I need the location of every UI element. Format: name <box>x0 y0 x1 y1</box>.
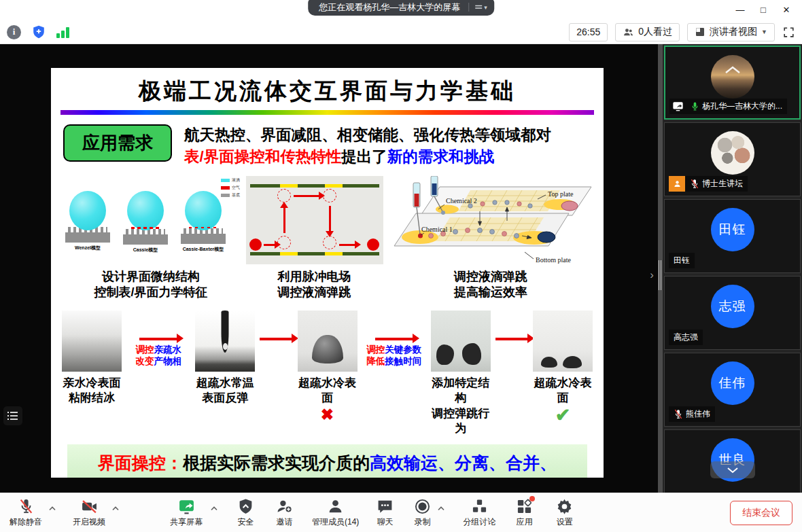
notification-dot <box>529 496 535 501</box>
participant-name: 熊佳伟 <box>686 408 710 420</box>
red-arrow-icon <box>375 338 413 340</box>
titlebar: 您正在观看杨孔华—吉林大学的屏幕 ▾ — □ ✕ <box>0 0 802 20</box>
droplet-shape <box>127 191 164 230</box>
figure-pulse-field: 利用脉冲电场调控液滴弹跳 <box>245 176 385 301</box>
close-button[interactable]: ✕ <box>775 5 798 15</box>
banner-menu-icon[interactable]: ▾ <box>474 4 487 11</box>
chevron-up-icon[interactable] <box>48 506 56 511</box>
cross-mark-icon: ✖ <box>296 406 359 423</box>
participant-tile[interactable]: 世良 <box>664 429 801 493</box>
sidebar-resize-divider[interactable] <box>658 44 663 493</box>
bottom-toolbar: 解除静音 开启视频 共享屏幕 安全 邀请 管理成员(14) 聊天 <box>0 493 802 532</box>
top-toolbar: i 26:55 0人看过 演讲者视图 ▼ <box>0 20 802 44</box>
structured-surface-image <box>431 311 491 372</box>
participant-tile[interactable]: 佳伟 熊佳伟 <box>664 353 801 427</box>
figure-wetting-models: 液滴 空气 基底 Wenzel模型 <box>62 176 240 301</box>
chevron-up-icon[interactable] <box>111 506 120 511</box>
members-button[interactable]: 管理成员(14) <box>312 498 359 528</box>
droplet-shape <box>69 191 106 230</box>
summary-box: 界面操控：根据实际需求实现介质的高效输运、分离、合并、 弹跳和热质传递 <box>67 444 587 478</box>
process-flow-row: 亲水冷表面粘附结冰 调控亲疏水 改变产物相 超疏水常温表面反弹 <box>60 311 594 437</box>
models-legend: 液滴 空气 基底 <box>221 177 240 198</box>
name-bar: 杨孔华—吉林大学的... <box>669 99 787 114</box>
red-arrow-icon <box>260 338 292 340</box>
layout-icon <box>695 26 705 37</box>
breakout-button[interactable]: 分组讨论 <box>463 498 495 528</box>
content-area: 极端工况流体交互界面与力学基础 应用需求 航天热控、界面减阻、相变储能、强化传热… <box>0 44 802 493</box>
drag-handle[interactable] <box>659 260 661 290</box>
figure-transport-plates: Chemical 2 Chemical 1 Top plate Bottom p… <box>389 176 593 301</box>
cassie-model: Cassie模型 <box>121 191 170 253</box>
mic-on-icon <box>691 101 699 111</box>
demand-section: 应用需求 航天热控、界面减阻、相变储能、强化传热等领域都对 表/界面操控和传热特… <box>63 124 591 168</box>
gear-icon <box>556 498 573 515</box>
mute-button[interactable]: 解除静音 <box>10 498 42 528</box>
view-mode-button[interactable]: 演讲者视图 ▼ <box>687 23 775 41</box>
red-arrow-icon <box>495 338 528 340</box>
host-badge-icon <box>669 176 685 192</box>
viewers-count: 0人看过 <box>638 26 672 38</box>
check-mark-icon: ✔ <box>531 406 594 425</box>
chevron-up-icon[interactable] <box>724 65 742 77</box>
chat-button[interactable]: 聊天 <box>377 498 394 528</box>
record-icon <box>414 498 431 515</box>
demand-line2-blue: 新的需求和挑战 <box>387 148 495 165</box>
chemical1-label: Chemical 1 <box>421 226 453 233</box>
participant-tile[interactable]: 博士生讲坛 <box>664 122 801 196</box>
mic-muted-icon <box>674 409 683 419</box>
camera-button[interactable]: 开启视频 <box>73 498 105 528</box>
apps-button[interactable]: 应用 <box>516 498 533 528</box>
watching-banner[interactable]: 您正在观看杨孔华—吉林大学的屏幕 ▾ <box>308 0 494 16</box>
participant-name: 杨孔华—吉林大学的... <box>702 101 782 112</box>
flow-step-5: 超疏水冷表面✔ <box>531 311 594 425</box>
demand-text: 航天热控、界面减阻、相变储能、强化传热等领域都对 表/界面操控和传热特性提出了新… <box>184 124 551 168</box>
demand-line2-black: 提出了 <box>341 148 387 165</box>
security-button[interactable]: 安全 <box>237 498 254 528</box>
wetting-models-image: 液滴 空气 基底 Wenzel模型 <box>62 176 240 264</box>
chat-bubble-icon <box>377 498 394 515</box>
participant-tile-speaker[interactable]: 杨孔华—吉林大学的... <box>664 46 801 120</box>
share-screen-icon <box>178 498 195 515</box>
minimize-button[interactable]: — <box>729 5 752 15</box>
invite-person-icon <box>276 498 293 515</box>
fullscreen-icon[interactable] <box>782 26 795 39</box>
share-screen-button[interactable]: 共享屏幕 <box>170 498 203 528</box>
topbar-left-icons: i <box>7 24 69 39</box>
record-button[interactable]: 录制 <box>414 498 431 528</box>
summary-red: 界面操控： <box>98 453 183 472</box>
participant-name: 高志强 <box>674 332 698 343</box>
banner-divider <box>468 3 469 12</box>
maximize-button[interactable]: □ <box>752 5 775 15</box>
participant-name: 博士生讲坛 <box>702 178 743 190</box>
flow-arrow-1: 调控亲疏水 改变产物相 <box>126 311 190 368</box>
invite-button[interactable]: 邀请 <box>276 498 293 528</box>
chevron-up-icon[interactable] <box>210 506 218 511</box>
participant-tile[interactable]: 志强 高志强 <box>664 276 801 350</box>
flow-step-1: 亲水冷表面粘附结冰 <box>60 311 123 406</box>
end-meeting-button[interactable]: 结束会议 <box>730 501 792 525</box>
participant-tile[interactable]: 田钰 田钰 <box>664 199 801 273</box>
figure2-caption: 利用脉冲电场调控液滴弹跳 <box>278 269 351 301</box>
annotation-list-icon[interactable] <box>3 406 22 425</box>
bottom-plate-label: Bottom plate <box>536 256 572 264</box>
meeting-info-icon[interactable]: i <box>7 25 21 39</box>
security-shield-icon[interactable] <box>31 24 46 39</box>
figure3-caption: 调控液滴弹跳提高输运效率 <box>454 269 527 301</box>
viewers-button[interactable]: 0人看过 <box>615 23 680 41</box>
flow-arrow-2: 调控关键参数 降低接触时间 <box>362 311 426 368</box>
watching-banner-text: 您正在观看杨孔华—吉林大学的屏幕 <box>319 1 460 14</box>
network-signal-icon[interactable] <box>56 26 69 38</box>
rebound-surface-image <box>195 311 255 372</box>
window-controls: — □ ✕ <box>729 0 798 19</box>
demand-badge: 应用需求 <box>63 124 172 162</box>
chevron-up-icon[interactable] <box>437 506 445 511</box>
avatar <box>711 131 754 175</box>
collapse-panel-chevron[interactable]: › <box>650 268 654 282</box>
mic-muted-icon <box>690 179 699 189</box>
mic-muted-icon <box>18 498 35 515</box>
chevron-down-icon[interactable] <box>710 461 755 478</box>
settings-button[interactable]: 设置 <box>556 498 573 528</box>
avatar: 志强 <box>711 285 754 328</box>
flow-step-2: 超疏水常温表面反弹 <box>194 311 256 406</box>
flow-step-4: 添加特定结构调控弹跳行为 <box>430 311 492 437</box>
